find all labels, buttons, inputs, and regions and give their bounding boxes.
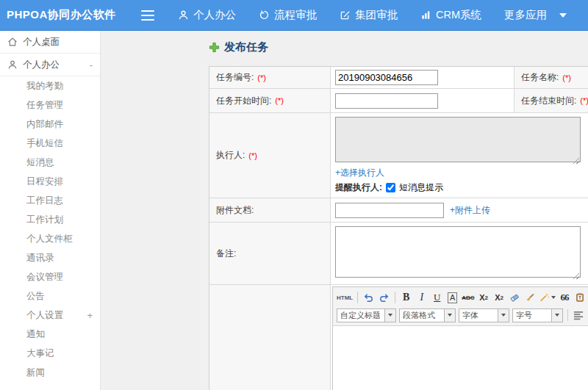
executor-textarea[interactable] <box>335 117 581 162</box>
html-source-button[interactable]: HTML <box>336 290 354 305</box>
compose-icon <box>340 10 351 21</box>
collapse-icon[interactable]: - <box>90 59 93 71</box>
required-mark: (*) <box>275 96 284 105</box>
nav-workflow-approval[interactable]: 流程审批 <box>259 8 317 22</box>
required-mark: (*) <box>257 73 266 82</box>
caret-down-icon <box>551 296 556 299</box>
sidebar-item-personal-files[interactable]: 个人文件柜 <box>0 229 100 248</box>
nav-crm-system[interactable]: CRM系统 <box>420 8 481 22</box>
sidebar-item-label: 通知 <box>26 328 45 341</box>
italic-button[interactable]: I <box>415 290 429 305</box>
sidebar-item-label: 短消息 <box>26 156 54 169</box>
undo-icon[interactable] <box>362 290 376 305</box>
task-number-input[interactable] <box>335 70 438 85</box>
eraser-icon[interactable] <box>508 290 522 305</box>
attachment-upload-link[interactable]: +附件上传 <box>450 204 490 217</box>
nav-label: 更多应用 <box>504 8 547 22</box>
attachment-cell: +附件上传 <box>331 198 588 223</box>
page-title-text: 发布任务 <box>224 40 268 54</box>
sidebar-item-personal-office[interactable]: 个人办公 - <box>0 54 100 76</box>
top-navigation: 个人办公 流程审批 集团审批 CRM系统 更多应用 <box>178 8 567 22</box>
task-number-cell <box>331 67 514 89</box>
attachment-input[interactable] <box>335 203 444 218</box>
strikethrough-button[interactable]: ABC <box>461 290 475 305</box>
caret-down-icon[interactable] <box>559 13 567 18</box>
form-row-start-time: 任务开始时间: (*) 任务结束时间: (*) <box>209 89 588 113</box>
sidebar-item-notice[interactable]: 通知 <box>0 325 100 344</box>
sidebar-item-label: 公告 <box>26 290 45 303</box>
custom-heading-dropdown[interactable]: 自定义标题 <box>337 308 396 322</box>
sidebar-item-contacts[interactable]: 通讯录 <box>0 248 100 267</box>
remark-textarea[interactable] <box>335 226 581 278</box>
remark-cell <box>331 223 588 285</box>
sidebar-item-my-attendance[interactable]: 我的考勤 <box>0 76 100 95</box>
nav-label: 个人办公 <box>193 8 236 22</box>
sidebar-item-mobile-sms[interactable]: 手机短信 <box>0 134 100 153</box>
user-icon <box>178 10 189 21</box>
blockquote-button[interactable]: 66 <box>558 290 572 305</box>
subscript-button[interactable]: X2 <box>492 290 506 305</box>
start-time-cell <box>331 89 514 113</box>
paste-icon[interactable] <box>573 290 587 305</box>
app-window: PHPOA协同办公软件 个人办公 流程审批 集团审批 CRM系统 更多应用 <box>0 0 588 390</box>
sms-notice-checkbox[interactable] <box>386 183 395 192</box>
sidebar-item-label: 手机短信 <box>26 137 63 150</box>
sidebar-item-internal-mail[interactable]: 内部邮件 <box>0 115 100 134</box>
sidebar-item-label: 任务管理 <box>26 99 63 112</box>
executor-cell: +选择执行人 提醒执行人: 短消息提示 <box>331 113 588 198</box>
bar-chart-icon <box>420 10 431 21</box>
sidebar-item-personal-desktop[interactable]: 个人桌面 <box>0 31 100 54</box>
sidebar-item-announcement[interactable]: 公告 <box>0 286 100 306</box>
sidebar-item-schedule[interactable]: 日程安排 <box>0 172 100 191</box>
sidebar-item-meeting-management[interactable]: 会议管理 <box>0 267 100 286</box>
nav-label: 集团审批 <box>355 8 398 22</box>
font-family-dropdown[interactable]: 字体 <box>459 308 509 322</box>
bold-button[interactable]: B <box>399 290 413 305</box>
sidebar-item-label: 会议管理 <box>26 271 63 284</box>
attachment-label: 附件文档: <box>209 198 331 223</box>
start-time-input[interactable] <box>335 93 438 109</box>
remind-executor-label: 提醒执行人: <box>335 181 382 194</box>
magic-wand-icon[interactable] <box>539 290 556 305</box>
editor-content-area[interactable] <box>333 326 588 390</box>
redo-icon[interactable] <box>377 290 391 305</box>
end-time-label: 任务结束时间: (*) <box>514 89 588 113</box>
sidebar-item-short-message[interactable]: 短消息 <box>0 153 100 172</box>
sidebar-item-task-management[interactable]: 任务管理 <box>0 95 100 115</box>
add-icon <box>209 42 220 53</box>
font-size-dropdown[interactable]: 字号 <box>512 308 563 322</box>
required-mark: (*) <box>562 73 571 82</box>
sidebar-item-work-plan[interactable]: 工作计划 <box>0 210 100 229</box>
sidebar-item-label: 通讯录 <box>26 252 54 264</box>
format-painter-icon[interactable] <box>523 290 537 305</box>
sidebar-item-label: 个人桌面 <box>23 36 60 48</box>
font-dialog-button[interactable]: A <box>445 290 459 305</box>
sidebar-item-news[interactable]: 新闻 <box>0 363 100 382</box>
nav-label: CRM系统 <box>436 8 481 22</box>
editor-toolbar: HTML B I <box>333 287 588 326</box>
superscript-button[interactable]: X2 <box>477 290 491 305</box>
form-row-description: 任务描述: (*) HTML <box>209 285 588 390</box>
sidebar-item-personal-settings[interactable]: 个人设置 + <box>0 306 100 325</box>
sidebar-item-label: 个人文件柜 <box>26 233 73 245</box>
task-form: 任务编号: (*) 任务名称: (*) 任务开始时间: (*) <box>209 66 588 390</box>
align-left-icon[interactable] <box>572 308 586 322</box>
sidebar: 个人桌面 个人办公 - 我的考勤 任务管理 内部邮件 手机短信 短消息 日程安排… <box>0 31 101 390</box>
sidebar-item-label: 工作日志 <box>26 195 63 207</box>
sidebar-item-label: 日程安排 <box>26 176 63 188</box>
page-title: 发布任务 <box>209 37 588 57</box>
nav-more-apps[interactable]: 更多应用 <box>504 8 547 22</box>
nav-group-approval[interactable]: 集团审批 <box>340 8 398 22</box>
sidebar-item-work-diary[interactable]: 工作日志 <box>0 191 100 210</box>
caret-down-icon <box>501 314 506 317</box>
paragraph-format-dropdown[interactable]: 段落格式 <box>399 308 456 322</box>
required-mark: (*) <box>248 151 257 160</box>
nav-personal-office[interactable]: 个人办公 <box>178 8 236 22</box>
select-executor-link[interactable]: +选择执行人 <box>335 167 384 178</box>
sidebar-item-milestones[interactable]: 大事记 <box>0 344 100 363</box>
caret-down-icon <box>388 314 392 317</box>
underline-button[interactable]: U <box>430 290 444 305</box>
expand-icon[interactable]: + <box>87 310 93 321</box>
required-mark: (*) <box>580 96 588 105</box>
menu-toggle-icon[interactable] <box>141 10 154 21</box>
